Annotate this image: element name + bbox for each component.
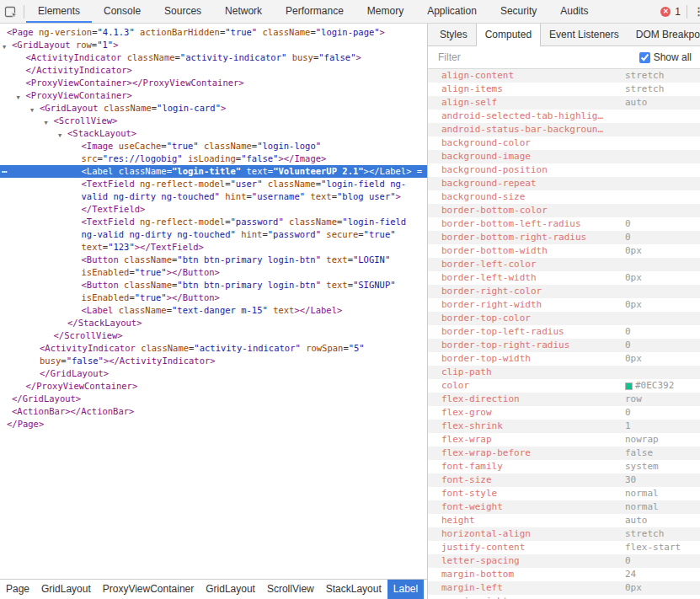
tree-node-close-gridlayout[interactable]: </GridLayout> (0, 393, 427, 405)
computed-property-row[interactable]: border-bottom-color (428, 204, 700, 217)
error-count[interactable]: 1 (675, 6, 681, 18)
tree-node-proxyviewcontainer[interactable]: <ProxyViewContainer></ProxyViewContainer… (0, 77, 427, 89)
toolbar-tab-audits[interactable]: Audits (548, 0, 600, 21)
computed-property-row[interactable]: border-bottom-left-radius0 (428, 217, 700, 231)
tree-node-gridlayout[interactable]: ▼<GridLayout row="1"> (0, 39, 427, 51)
tree-node-image[interactable]: <Image useCache="true" className="login-… (0, 140, 427, 165)
error-badge-icon[interactable]: ✕ (660, 7, 671, 17)
computed-property-row[interactable]: heightauto (428, 514, 700, 527)
computed-property-row[interactable]: font-weightnormal (428, 500, 700, 514)
computed-property-row[interactable]: flex-directionrow (428, 393, 700, 406)
property-value: 0px (625, 352, 642, 366)
computed-property-row[interactable]: border-top-color (428, 312, 700, 325)
tree-node-activityindicator[interactable]: <ActivityIndicator className="activity-i… (0, 342, 427, 367)
tree-node-page[interactable]: <Page ng-version="4.1.3" actionBarHidden… (0, 26, 427, 39)
breadcrumb-item-proxyviewcontainer[interactable]: ProxyViewContainer (97, 580, 200, 599)
computed-property-row[interactable]: android-status-bar-backgroun… (428, 123, 700, 136)
filter-input[interactable] (436, 51, 636, 64)
toolbar-tab-console[interactable]: Console (92, 0, 152, 21)
toolbar-tab-network[interactable]: Network (213, 0, 274, 21)
computed-property-row[interactable]: letter-spacing0 (428, 554, 700, 568)
sidebar-tab-event-listeners[interactable]: Event Listeners (541, 24, 628, 45)
tree-node-close-stacklayout[interactable]: </StackLayout> (0, 317, 427, 329)
breadcrumb-item-scrollview[interactable]: ScrollView (261, 580, 320, 599)
property-name: android-status-bar-backgroun… (441, 124, 603, 135)
show-all-checkbox[interactable] (639, 52, 650, 63)
breadcrumb-item-page[interactable]: Page (0, 580, 35, 599)
computed-property-row[interactable]: border-right-color (428, 285, 700, 298)
sidebar-tab-computed[interactable]: Computed (476, 24, 541, 46)
computed-property-row[interactable]: align-itemsstretch (428, 83, 700, 96)
toolbar-tab-application[interactable]: Application (415, 0, 489, 21)
show-all-toggle[interactable]: Show all (639, 51, 692, 63)
computed-property-row[interactable]: android-selected-tab-highlig… (428, 110, 700, 123)
computed-property-row[interactable]: border-left-width0px (428, 271, 700, 285)
computed-property-row[interactable]: border-left-color (428, 258, 700, 271)
computed-property-row[interactable]: background-size (428, 190, 700, 204)
computed-property-row[interactable]: border-bottom-width0px (428, 244, 700, 258)
more-options-icon[interactable]: ⋮ (693, 5, 700, 18)
tree-node-label[interactable]: …<Label className="login-title" text="Vo… (0, 165, 427, 178)
computed-property-row[interactable]: border-top-left-radius0 (428, 325, 700, 339)
breadcrumb-item-label[interactable]: Label (387, 580, 424, 599)
computed-property-row[interactable]: margin-right (428, 595, 700, 599)
breadcrumb-item-stacklayout[interactable]: StackLayout (320, 580, 387, 599)
computed-property-row[interactable]: border-top-right-radius0 (428, 339, 700, 352)
tree-node-close-gridlayout[interactable]: </GridLayout> (0, 367, 427, 380)
tree-node-close-page[interactable]: </Page> (0, 418, 427, 431)
computed-property-row[interactable]: flex-shrink1 (428, 420, 700, 433)
tree-node-button[interactable]: <Button className="btn btn-primary login… (0, 254, 427, 279)
computed-property-row[interactable]: font-familysystem (428, 460, 700, 473)
computed-property-row[interactable]: font-size30 (428, 473, 700, 487)
computed-property-row[interactable]: margin-bottom24 (428, 568, 700, 581)
inspect-element-button[interactable] (0, 0, 22, 23)
toolbar-tab-security[interactable]: Security (489, 0, 548, 21)
tree-node-close-scrollview[interactable]: </ScrollView> (0, 329, 427, 342)
tree-node-scrollview[interactable]: ▼<ScrollView> (0, 115, 427, 127)
property-value: flex-start (625, 541, 681, 554)
toolbar-tab-elements[interactable]: Elements (26, 0, 92, 23)
computed-property-row[interactable]: background-image (428, 150, 700, 163)
tree-node-actionbar[interactable]: <ActionBar></ActionBar> (0, 405, 427, 418)
property-name: horizontal-align (441, 528, 531, 539)
tree-node-close-proxyviewcontainer[interactable]: </ProxyViewContainer> (0, 380, 427, 393)
computed-property-row[interactable]: margin-left0px (428, 581, 700, 595)
breadcrumb-item-gridlayout[interactable]: GridLayout (200, 580, 261, 599)
sidebar-tab-dom-breakpoints[interactable]: DOM Breakpoints (628, 24, 700, 45)
toolbar-tab-performance[interactable]: Performance (274, 0, 355, 21)
computed-property-row[interactable]: clip-path (428, 366, 700, 379)
property-name: background-repeat (441, 178, 537, 189)
property-name: letter-spacing (441, 555, 520, 566)
tree-node-stacklayout[interactable]: ▼<StackLayout> (0, 127, 427, 140)
computed-property-row[interactable]: background-repeat (428, 177, 700, 190)
toolbar-tab-sources[interactable]: Sources (152, 0, 213, 21)
computed-property-row[interactable]: background-color (428, 136, 700, 150)
computed-property-row[interactable]: font-stylenormal (428, 487, 700, 500)
property-name: border-bottom-right-radius (441, 232, 586, 243)
computed-property-row[interactable]: flex-grow0 (428, 406, 700, 420)
computed-property-row[interactable]: justify-contentflex-start (428, 541, 700, 554)
selected-row-dots-icon[interactable]: … (2, 165, 7, 176)
computed-property-row[interactable]: horizontal-alignstretch (428, 527, 700, 541)
tree-node-gridlayout[interactable]: ▼<GridLayout className="login-card"> (0, 102, 427, 115)
toolbar-tab-memory[interactable]: Memory (355, 0, 415, 21)
property-name: margin-left (441, 582, 503, 593)
computed-property-row[interactable]: border-right-width0px (428, 298, 700, 312)
tree-node-textfield[interactable]: <TextField ng-reflect-model="password" c… (0, 216, 427, 254)
computed-property-row[interactable]: background-position (428, 163, 700, 177)
computed-property-row[interactable]: border-bottom-right-radius0 (428, 231, 700, 244)
computed-property-row[interactable]: align-contentstretch (428, 69, 700, 83)
sidebar-tab-styles[interactable]: Styles (431, 24, 476, 45)
tree-node-button[interactable]: <Button className="btn btn-primary login… (0, 279, 427, 304)
breadcrumb-item-gridlayout[interactable]: GridLayout (35, 580, 97, 599)
tree-node-proxyviewcontainer[interactable]: ▼<ProxyViewContainer> (0, 89, 427, 102)
computed-property-row[interactable]: color#0EC392 (428, 379, 700, 393)
color-swatch[interactable] (625, 382, 633, 390)
computed-property-row[interactable]: border-top-width0px (428, 352, 700, 366)
computed-property-row[interactable]: align-selfauto (428, 96, 700, 110)
tree-node-textfield[interactable]: <TextField ng-reflect-model="user" class… (0, 178, 427, 216)
tree-node-activityindicator[interactable]: <ActivityIndicator className="activity-i… (0, 51, 427, 77)
computed-property-row[interactable]: flex-wrapnowrap (428, 433, 700, 447)
computed-property-row[interactable]: flex-wrap-beforefalse (428, 447, 700, 460)
tree-node-label[interactable]: <Label className="text-danger m-15" text… (0, 304, 427, 317)
